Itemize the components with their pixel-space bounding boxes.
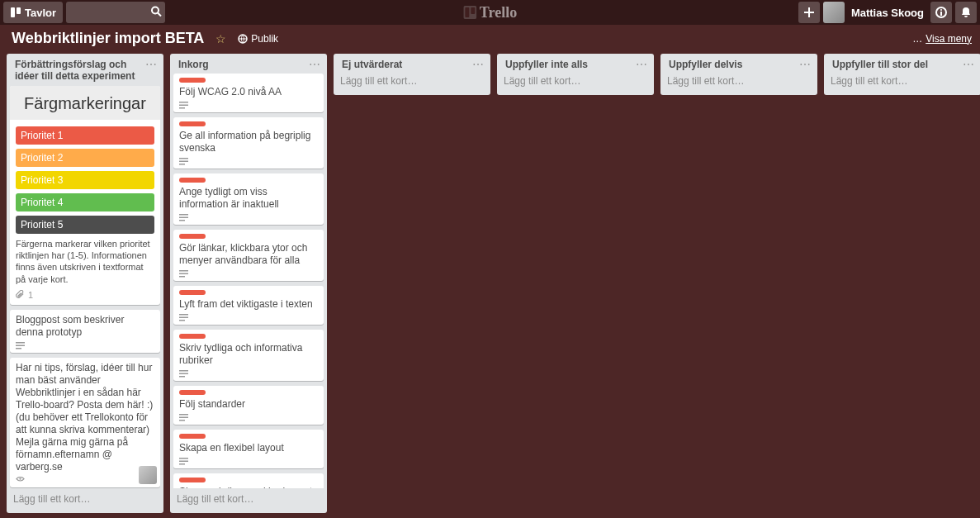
list-uppfyller-delvis: Uppfyller delvis ⋯ Lägg till ett kort… [660, 54, 817, 95]
description-icon [179, 270, 188, 278]
global-header: Tavlor Trello Mattias Skoog [0, 0, 980, 25]
description-icon [179, 214, 188, 221]
trello-logo-icon [463, 6, 476, 19]
svg-rect-9 [940, 12, 942, 16]
description-icon [179, 414, 188, 421]
create-button[interactable] [798, 2, 820, 23]
card[interactable]: Skapa rubriker med h-element [173, 473, 324, 488]
list-name[interactable]: Inkorg [178, 59, 309, 70]
attachment-icon [16, 290, 25, 299]
svg-rect-5 [465, 7, 469, 17]
label-red [179, 478, 206, 482]
avatar[interactable] [823, 2, 845, 23]
card-title: Skapa rubriker med h-element [179, 486, 318, 488]
card-cover-title: Färgmarkeringar [10, 86, 160, 120]
visibility-button[interactable]: Publik [238, 33, 278, 45]
label-red [179, 390, 206, 395]
card[interactable]: Ange tydligt om viss information är inak… [173, 173, 324, 225]
subscribe-icon [16, 477, 25, 484]
card-title: Ange tydligt om viss information är inak… [179, 186, 318, 211]
search-box[interactable] [66, 2, 165, 23]
description-icon [179, 314, 188, 321]
card-title: Gör länkar, klickbara ytor och menyer an… [179, 242, 318, 267]
card-fargmarkeringar[interactable]: Färgmarkeringar Prioritet 1 Prioritet 2 … [10, 86, 160, 305]
card[interactable]: Gör länkar, klickbara ytor och menyer an… [173, 230, 324, 281]
list-menu-button[interactable]: ⋯ [799, 59, 811, 70]
board-title[interactable]: Webbriktlinjer import BETA [12, 30, 204, 47]
globe-icon [238, 34, 248, 44]
attachment-count: 1 [28, 290, 33, 300]
svg-rect-6 [471, 7, 475, 14]
board-header: Webbriktlinjer import BETA ☆ Publik Visa… [0, 25, 980, 50]
card-title: Ge all information på begriplig svenska [179, 130, 318, 154]
description-icon [179, 370, 188, 378]
svg-rect-0 [11, 7, 15, 17]
bell-icon [960, 7, 972, 18]
label-red [179, 290, 206, 295]
add-card-button[interactable]: Lägg till ett kort… [334, 74, 490, 92]
label-red [179, 434, 206, 439]
add-card-button[interactable]: Lägg till ett kort… [170, 488, 327, 510]
priority-4-label: Prioritet 4 [16, 193, 154, 211]
card[interactable]: Lyft fram det viktigaste i texten [173, 286, 324, 325]
description-icon [179, 102, 188, 109]
card[interactable]: Skriv tydliga och informativa rubriker [173, 330, 324, 381]
list-name[interactable]: Uppfyller delvis [669, 59, 799, 70]
card-bloggpost[interactable]: Bloggpost som beskriver denna prototyp [10, 310, 160, 353]
card-title: Följ standarder [179, 398, 318, 411]
list-ej-utvarderat: Ej utvärderat ⋯ Lägg till ett kort… [334, 54, 490, 95]
list-uppfyller-stor-del: Uppfyller till stor del ⋯ Lägg till ett … [824, 54, 980, 95]
member-avatar [139, 466, 157, 484]
priority-2-label: Prioritet 2 [16, 149, 154, 167]
card-title: Lyft fram det viktigaste i texten [179, 298, 318, 311]
star-button[interactable]: ☆ [215, 32, 226, 45]
info-icon [935, 7, 947, 18]
priority-3-label: Prioritet 3 [16, 171, 154, 189]
list-menu-button[interactable]: ⋯ [145, 59, 157, 70]
card-tips[interactable]: Har ni tips, förslag, idéer till hur man… [10, 358, 160, 487]
label-red [179, 334, 206, 339]
boards-button[interactable]: Tavlor [3, 2, 63, 23]
label-red [179, 178, 206, 183]
card[interactable]: Skapa en flexibel layout [173, 430, 324, 468]
list-name[interactable]: Ej utvärderat [342, 59, 472, 70]
add-card-button[interactable]: Lägg till ett kort… [824, 74, 980, 92]
svg-rect-1 [17, 7, 21, 14]
trello-logo[interactable]: Trello [463, 4, 517, 21]
add-card-button[interactable]: Lägg till ett kort… [7, 488, 163, 510]
list-menu-button[interactable]: ⋯ [963, 59, 974, 70]
list-name[interactable]: Uppfyller till stor del [832, 59, 963, 70]
info-button[interactable] [930, 2, 952, 23]
trello-logo-text: Trello [480, 4, 517, 21]
plus-icon [803, 7, 815, 18]
card[interactable]: Följ WCAG 2.0 nivå AA [173, 74, 324, 112]
description-icon [16, 342, 25, 349]
list-name[interactable]: Uppfyller inte alls [505, 59, 636, 70]
list-forslag: Förbättringsförslag och idéer till detta… [7, 54, 163, 513]
add-card-button[interactable]: Lägg till ett kort… [660, 74, 817, 92]
show-menu-button[interactable]: Visa meny [912, 33, 972, 45]
svg-point-2 [152, 7, 159, 14]
card[interactable]: Följ standarder [173, 386, 324, 425]
list-menu-button[interactable]: ⋯ [309, 59, 320, 70]
label-red [179, 78, 206, 83]
card-title: Följ WCAG 2.0 nivå AA [179, 86, 318, 98]
card[interactable]: Ge all information på begriplig svenska [173, 117, 324, 169]
list-name[interactable]: Förbättringsförslag och idéer till detta… [15, 59, 145, 83]
notifications-button[interactable] [955, 2, 977, 23]
board-icon [10, 7, 21, 18]
list-menu-button[interactable]: ⋯ [636, 59, 647, 70]
username-label[interactable]: Mattias Skoog [851, 7, 924, 19]
svg-point-11 [19, 478, 21, 480]
card-title: Har ni tips, förslag, idéer till hur man… [16, 362, 154, 473]
description-icon [179, 158, 188, 165]
card-title: Skapa en flexibel layout [179, 442, 318, 454]
svg-point-8 [940, 9, 942, 11]
svg-line-3 [158, 13, 161, 17]
add-card-button[interactable]: Lägg till ett kort… [497, 74, 654, 92]
boards-button-label: Tavlor [25, 7, 56, 19]
description-icon [179, 458, 188, 465]
visibility-label: Publik [251, 33, 278, 45]
list-menu-button[interactable]: ⋯ [472, 59, 484, 70]
list-uppfyller-inte-alls: Uppfyller inte alls ⋯ Lägg till ett kort… [497, 54, 654, 95]
